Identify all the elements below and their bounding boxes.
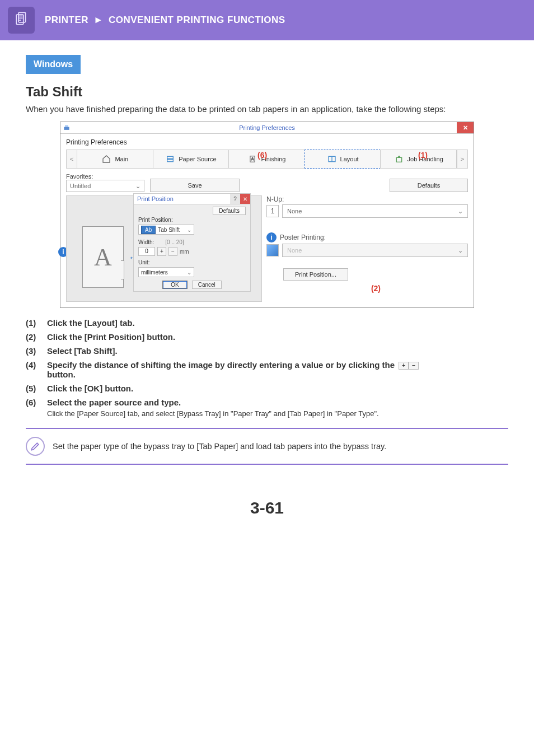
step-1-num: (1) bbox=[26, 318, 41, 328]
nup-icon: 1 bbox=[266, 205, 279, 217]
help-icon[interactable]: ? bbox=[230, 194, 240, 204]
dialog-title-text: Printing Preferences bbox=[239, 124, 295, 131]
close-icon[interactable]: ✕ bbox=[240, 194, 250, 204]
finishing-icon: A bbox=[247, 154, 257, 164]
step-4-num: (4) bbox=[26, 360, 41, 379]
poster-label: Poster Printing: bbox=[280, 234, 326, 241]
nup-label: N-Up: bbox=[266, 195, 468, 203]
step-6-body: Select the paper source and type. Click … bbox=[47, 398, 379, 418]
printing-preferences-dialog: Printing Preferences ✕ (6) (1) (3) (4) (… bbox=[60, 122, 474, 308]
step-4-text: Specify the distance of shifting the ima… bbox=[47, 360, 420, 379]
svg-rect-6 bbox=[65, 125, 68, 127]
svg-rect-13 bbox=[396, 157, 401, 162]
callout-1: (1) bbox=[418, 151, 428, 160]
preview-letter: A bbox=[94, 243, 112, 272]
step-5-text: Click the [OK] button. bbox=[47, 384, 133, 393]
page-title: Tab Shift bbox=[26, 84, 508, 100]
pencil-note-icon bbox=[26, 437, 45, 456]
poster-value: None bbox=[287, 247, 302, 254]
print-position-button-label: Print Position... bbox=[295, 271, 336, 278]
breadcrumb-arrow-icon: ► bbox=[93, 15, 103, 25]
step-3-text: Select [Tab Shift]. bbox=[47, 346, 118, 356]
print-position-value: Tab Shift bbox=[158, 227, 180, 233]
print-position-select[interactable]: Tab Shift bbox=[138, 225, 194, 235]
defaults-label: Defaults bbox=[418, 182, 440, 189]
windows-chip: Windows bbox=[26, 55, 81, 74]
nup-value: None bbox=[287, 208, 302, 214]
nup-select[interactable]: None bbox=[282, 204, 468, 218]
step-4-b: button. bbox=[47, 370, 76, 379]
step-1-text: Click the [Layout] tab. bbox=[47, 318, 135, 328]
favorites-select[interactable]: Untitled bbox=[66, 180, 144, 192]
tab-layout[interactable]: Layout bbox=[305, 150, 381, 169]
header-subsection: CONVENIENT PRINTING FUNCTIONS bbox=[109, 15, 285, 25]
tip-text: Set the paper type of the bypass tray to… bbox=[53, 442, 386, 451]
print-position-label: Print Position: bbox=[138, 217, 246, 223]
dialog-body: (6) (1) (3) (4) (5) (2) Printing Prefere… bbox=[60, 134, 474, 307]
step-4-a: Specify the distance of shifting the ima… bbox=[47, 360, 397, 370]
width-input[interactable]: 0 bbox=[138, 247, 155, 256]
svg-rect-5 bbox=[64, 127, 69, 130]
step-3-num: (3) bbox=[26, 346, 41, 356]
job-handling-icon bbox=[394, 154, 404, 164]
tab-shift-option-icon bbox=[141, 226, 156, 234]
tabs-scroll-right[interactable]: > bbox=[457, 150, 468, 169]
tray-icon bbox=[165, 154, 175, 164]
tab-paper-source[interactable]: Paper Source bbox=[153, 150, 229, 169]
width-decrement-button[interactable]: − bbox=[168, 247, 177, 256]
width-increment-button[interactable]: + bbox=[157, 247, 166, 256]
header-section: PRINTER bbox=[45, 15, 88, 25]
svg-rect-8 bbox=[167, 160, 174, 162]
svg-rect-7 bbox=[167, 156, 174, 158]
favorites-label: Favorites: bbox=[66, 173, 144, 180]
callout-2: (2) bbox=[371, 284, 381, 293]
step-6-num: (6) bbox=[26, 398, 41, 418]
width-range: [0 .. 20] bbox=[165, 239, 184, 245]
intro-text: When you have finished preparing the dat… bbox=[26, 104, 508, 114]
minus-icon: − bbox=[409, 362, 419, 370]
info-icon[interactable]: i bbox=[266, 232, 277, 242]
width-unit: mm bbox=[180, 249, 189, 255]
callout-6: (6) bbox=[257, 151, 267, 160]
print-position-title: Print Position bbox=[137, 195, 174, 202]
step-6-substep: Click the [Paper Source] tab, and select… bbox=[47, 409, 379, 418]
dialog-subtitle: Printing Preferences bbox=[66, 138, 468, 146]
tip-rule-bottom bbox=[26, 464, 508, 465]
print-position-button[interactable]: Print Position... bbox=[283, 268, 348, 281]
printer-header-icon bbox=[8, 7, 35, 34]
poster-icon bbox=[266, 244, 279, 256]
header-bar: PRINTER ► CONVENIENT PRINTING FUNCTIONS bbox=[0, 0, 534, 40]
tabs-scroll-left[interactable]: < bbox=[66, 150, 77, 169]
step-5-num: (5) bbox=[26, 384, 41, 393]
print-position-titlebar: Print Position ? ✕ bbox=[134, 194, 250, 204]
plus-icon: + bbox=[399, 362, 409, 370]
save-button[interactable]: Save bbox=[150, 179, 240, 192]
tab-main[interactable]: Main bbox=[77, 150, 153, 169]
close-icon[interactable]: ✕ bbox=[457, 122, 474, 133]
svg-text:A: A bbox=[251, 157, 254, 161]
ok-button[interactable]: OK bbox=[162, 281, 187, 289]
print-position-dialog: Print Position ? ✕ Defaults Print Positi… bbox=[133, 193, 251, 292]
sub-defaults-button[interactable]: Defaults bbox=[213, 207, 246, 215]
favorites-value: Untitled bbox=[70, 183, 91, 189]
home-icon bbox=[101, 154, 111, 164]
unit-value: millimeters bbox=[141, 269, 168, 276]
page-number: 3-61 bbox=[0, 498, 534, 517]
step-2-num: (2) bbox=[26, 332, 41, 342]
poster-select[interactable]: None bbox=[282, 244, 468, 257]
cancel-button[interactable]: Cancel bbox=[192, 281, 222, 289]
tab-layout-label: Layout bbox=[340, 156, 359, 162]
printer-icon bbox=[63, 124, 71, 132]
step-2-text: Click the [Print Position] button. bbox=[47, 332, 175, 342]
dialog-titlebar: Printing Preferences ✕ bbox=[60, 122, 474, 134]
unit-select[interactable]: millimeters bbox=[138, 267, 194, 277]
width-label: Width: bbox=[138, 239, 154, 245]
content-area: Windows Tab Shift When you have finished… bbox=[0, 40, 534, 472]
defaults-button[interactable]: Defaults bbox=[390, 179, 468, 192]
tip-row: Set the paper type of the bypass tray to… bbox=[26, 429, 508, 464]
steps-list: (1)Click the [Layout] tab. (2)Click the … bbox=[26, 318, 508, 418]
preview-tab-icon bbox=[121, 260, 124, 279]
save-label: Save bbox=[188, 182, 202, 189]
tab-main-label: Main bbox=[115, 156, 128, 162]
tab-paper-source-label: Paper Source bbox=[179, 156, 216, 162]
